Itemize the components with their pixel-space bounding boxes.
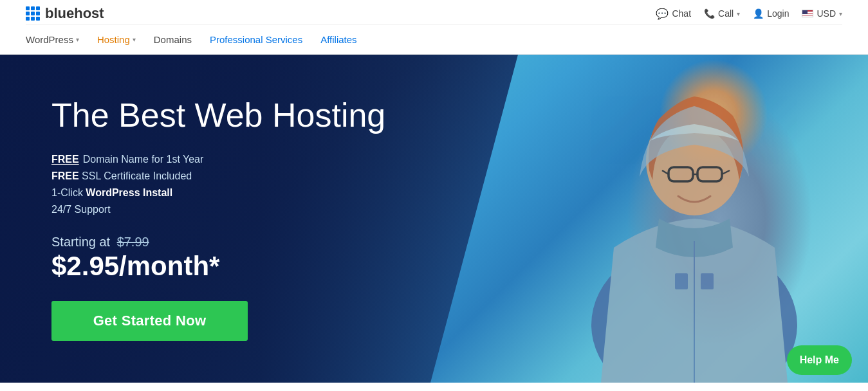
logo[interactable]: bluehost <box>26 5 104 22</box>
feature-ssl-text: FREE SSL Certificate Included <box>51 170 192 182</box>
site-header: bluehost 💬 Chat 📞 Call ▾ 👤 Login USD ▾ <box>0 0 868 55</box>
person-illustration <box>533 55 855 383</box>
feature-support-text: 24/7 Support <box>51 204 111 215</box>
call-label: Call <box>718 8 734 19</box>
pricing-label: Starting at <box>51 235 110 249</box>
call-dropdown-arrow: ▾ <box>737 10 740 17</box>
chat-label: Chat <box>672 8 691 19</box>
feature-wordpress-text: 1-Click WordPress Install <box>51 187 172 199</box>
currency-dropdown-arrow: ▾ <box>839 10 842 17</box>
login-label: Login <box>767 8 789 19</box>
header-actions: 💬 Chat 📞 Call ▾ 👤 Login USD ▾ <box>656 8 842 20</box>
nav-professional-services[interactable]: Professional Services <box>210 32 302 48</box>
header-top: bluehost 💬 Chat 📞 Call ▾ 👤 Login USD ▾ <box>26 0 842 25</box>
main-nav: WordPress ▾ Hosting ▾ Domains Profession… <box>26 25 842 54</box>
svg-rect-9 <box>675 273 688 289</box>
nav-hosting-label: Hosting <box>97 34 130 45</box>
nav-wordpress[interactable]: WordPress ▾ <box>26 32 79 48</box>
feature-support: 24/7 Support <box>51 204 385 215</box>
flag-icon <box>802 10 813 17</box>
svg-rect-10 <box>701 273 714 289</box>
feature-wordpress: 1-Click WordPress Install <box>51 187 385 199</box>
hero-section: The Best Web Hosting FREE Domain Name fo… <box>0 55 868 383</box>
pricing-current: $2.95/month* <box>51 251 385 282</box>
nav-affiliates[interactable]: Affiliates <box>320 32 356 48</box>
nav-affiliates-label: Affiliates <box>320 34 356 45</box>
get-started-button[interactable]: Get Started Now <box>51 301 248 341</box>
hero-features-list: FREE Domain Name for 1st Year FREE SSL C… <box>51 154 385 215</box>
user-icon: 👤 <box>753 8 764 19</box>
pricing-original: $7.99 <box>117 235 149 249</box>
hero-content: The Best Web Hosting FREE Domain Name fo… <box>0 58 437 380</box>
nav-domains[interactable]: Domains <box>154 32 192 48</box>
login-link[interactable]: 👤 Login <box>753 8 789 19</box>
wordpress-dropdown-arrow: ▾ <box>76 36 79 43</box>
chat-link[interactable]: 💬 Chat <box>656 8 691 20</box>
hero-title: The Best Web Hosting <box>51 96 385 135</box>
currency-selector[interactable]: USD ▾ <box>802 8 842 19</box>
phone-icon: 📞 <box>704 8 715 19</box>
call-link[interactable]: 📞 Call ▾ <box>704 8 740 19</box>
logo-icon <box>26 6 40 21</box>
pricing-block: Starting at $7.99 $2.95/month* <box>51 235 385 282</box>
feature-ssl: FREE SSL Certificate Included <box>51 170 385 182</box>
nav-wordpress-label: WordPress <box>26 34 73 45</box>
logo-text: bluehost <box>45 5 104 22</box>
help-me-button[interactable]: Help Me <box>787 345 852 375</box>
currency-label: USD <box>817 8 836 19</box>
feature-free-domain-label: FREE <box>51 154 79 165</box>
nav-professional-services-label: Professional Services <box>210 34 302 45</box>
chat-icon: 💬 <box>656 8 669 20</box>
feature-domain-text: Domain Name for 1st Year <box>83 154 204 165</box>
feature-domain: FREE Domain Name for 1st Year <box>51 154 385 165</box>
nav-domains-label: Domains <box>154 34 192 45</box>
hosting-dropdown-arrow: ▾ <box>133 36 136 43</box>
nav-hosting[interactable]: Hosting ▾ <box>97 32 136 48</box>
